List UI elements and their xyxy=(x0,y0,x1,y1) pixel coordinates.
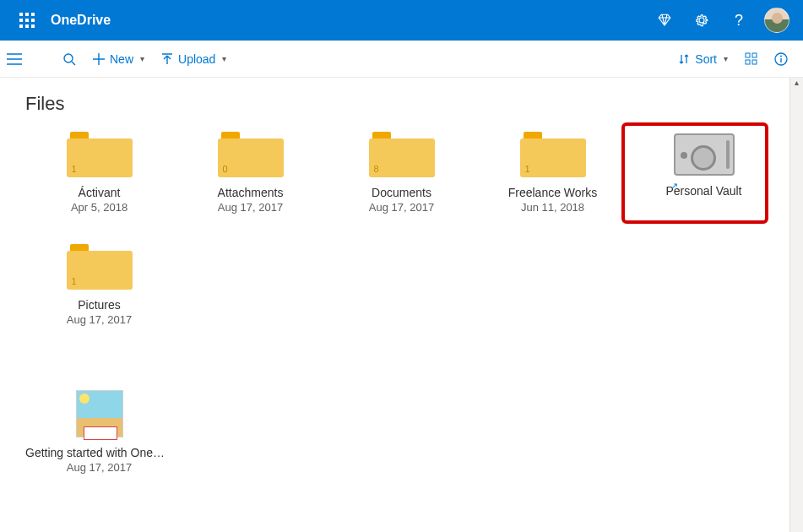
shortcut-icon: ↗ xyxy=(670,181,678,192)
svg-rect-11 xyxy=(752,53,757,57)
folder-item[interactable]: 1 Pictures Aug 17, 2017 xyxy=(25,244,173,326)
help-button[interactable]: ? xyxy=(720,0,757,41)
waffle-icon xyxy=(19,13,35,28)
folder-item[interactable]: 8 Documents Aug 17, 2017 xyxy=(328,132,475,214)
hamburger-icon xyxy=(7,53,22,65)
folder-icon: 1 xyxy=(67,132,133,177)
item-name: Áctivant xyxy=(25,186,173,199)
item-name: Freelance Works xyxy=(479,186,627,199)
item-name: Pictures xyxy=(25,298,173,312)
nav-toggle-button[interactable] xyxy=(7,53,34,65)
vertical-scrollbar[interactable]: ▴ xyxy=(789,78,803,532)
vault-icon xyxy=(674,133,735,176)
new-label: New xyxy=(110,52,133,66)
svg-rect-2 xyxy=(31,13,35,16)
svg-rect-12 xyxy=(746,60,750,64)
search-icon xyxy=(62,52,76,66)
folder-icon: 1 xyxy=(520,132,586,177)
chevron-down-icon: ▾ xyxy=(222,54,226,63)
command-bar: New ▾ Upload ▾ Sort ▾ xyxy=(0,41,803,78)
gear-icon xyxy=(694,13,709,28)
grid-view-icon xyxy=(745,52,757,65)
svg-rect-7 xyxy=(25,24,29,28)
svg-rect-5 xyxy=(31,19,35,22)
app-header: OneDrive ? xyxy=(0,0,803,41)
file-item[interactable]: Getting started with OneD… Aug 17, 2017 xyxy=(25,390,173,474)
sort-icon xyxy=(678,53,690,65)
svg-point-9 xyxy=(64,54,73,62)
plus-icon xyxy=(93,53,105,65)
chevron-down-icon: ▾ xyxy=(724,54,728,63)
settings-button[interactable] xyxy=(683,0,720,41)
help-icon: ? xyxy=(735,12,743,30)
svg-rect-4 xyxy=(25,19,29,22)
item-name: Attachments xyxy=(176,186,324,199)
folder-icon: 0 xyxy=(218,132,284,177)
item-name: Documents xyxy=(328,186,475,199)
personal-vault-item[interactable]: ↗ Personal Vault xyxy=(630,132,778,214)
svg-rect-13 xyxy=(752,60,757,64)
item-date: Aug 17, 2017 xyxy=(25,461,173,474)
upload-label: Upload xyxy=(178,52,215,66)
info-button[interactable] xyxy=(766,41,796,77)
upload-button[interactable]: Upload ▾ xyxy=(153,41,235,77)
svg-rect-8 xyxy=(31,24,35,28)
file-grid: 1 Áctivant Apr 5, 2018 0 Attachments Aug… xyxy=(25,132,778,474)
svg-rect-1 xyxy=(25,13,29,16)
brand-label[interactable]: OneDrive xyxy=(51,13,111,28)
folder-icon: 1 xyxy=(67,244,133,290)
upload-icon xyxy=(161,53,173,65)
item-name: Getting started with OneD… xyxy=(25,446,173,459)
scroll-up-button[interactable]: ▴ xyxy=(790,78,803,91)
svg-rect-3 xyxy=(19,19,23,22)
item-date: Aug 17, 2017 xyxy=(25,313,173,326)
item-name: Personal Vault xyxy=(630,184,778,198)
folder-item[interactable]: 1 Freelance Works Jun 11, 2018 xyxy=(479,132,627,214)
item-date: Aug 17, 2017 xyxy=(328,201,475,214)
svg-rect-0 xyxy=(19,13,23,16)
diamond-icon xyxy=(657,13,672,28)
sort-label: Sort xyxy=(695,52,717,66)
content-area: Files 1 Áctivant Apr 5, 2018 0 Attachmen… xyxy=(0,78,803,532)
info-icon xyxy=(774,52,788,66)
folder-item[interactable]: 0 Attachments Aug 17, 2017 xyxy=(176,132,324,214)
premium-button[interactable] xyxy=(646,0,683,41)
chevron-down-icon: ▾ xyxy=(140,54,144,63)
view-button[interactable] xyxy=(736,41,766,77)
svg-rect-10 xyxy=(746,53,750,57)
new-button[interactable]: New ▾ xyxy=(84,41,153,77)
account-avatar[interactable] xyxy=(764,8,789,33)
folder-item[interactable]: 1 Áctivant Apr 5, 2018 xyxy=(25,132,173,214)
item-date: Jun 11, 2018 xyxy=(479,201,627,214)
folder-icon: 8 xyxy=(369,132,435,177)
svg-point-15 xyxy=(780,55,782,57)
sort-button[interactable]: Sort ▾ xyxy=(670,41,736,77)
app-launcher-button[interactable] xyxy=(7,0,47,41)
file-thumbnail xyxy=(76,390,123,437)
item-date: Aug 17, 2017 xyxy=(176,201,324,214)
item-date: Apr 5, 2018 xyxy=(25,201,173,214)
svg-rect-6 xyxy=(19,24,23,28)
page-title: Files xyxy=(25,93,778,115)
search-button[interactable] xyxy=(54,41,84,77)
